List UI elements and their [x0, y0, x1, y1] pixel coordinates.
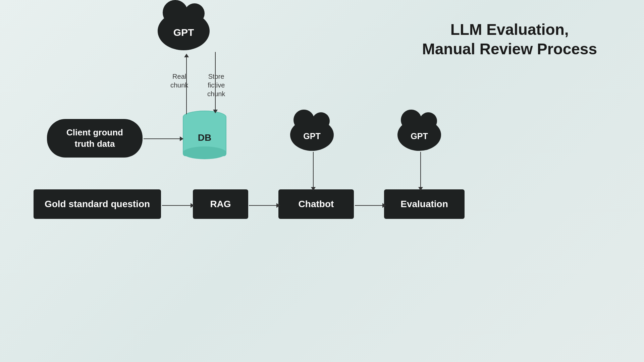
real-chunk-label: Real chunk [170, 72, 188, 89]
arrow-gpt-mid-to-chatbot [311, 152, 316, 191]
arrow-chatbot-to-evaluation [355, 203, 386, 208]
arrow-rag-to-chatbot [249, 203, 280, 208]
rag-box: RAG [193, 189, 248, 219]
chatbot-box: Chatbot [278, 189, 354, 219]
store-fictive-chunk-label: Store fictive chunk [207, 72, 225, 98]
arrow-gpt-right-to-evaluation [418, 152, 423, 191]
db-bottom-ellipse [183, 146, 226, 159]
page-title: LLM Evaluation, Manual Review Process [422, 20, 597, 59]
database-node: DB [183, 111, 226, 159]
arrow-client-to-db [144, 136, 183, 141]
gold-standard-question-box: Gold standard question [34, 189, 161, 219]
gpt-cloud-top: GPT [158, 12, 210, 50]
evaluation-box: Evaluation [384, 189, 465, 219]
gpt-cloud-mid: GPT [290, 119, 334, 151]
client-ground-truth-box: Client ground truth data [47, 119, 143, 158]
arrow-gold-to-rag [162, 203, 194, 208]
gpt-cloud-right: GPT [397, 119, 441, 151]
